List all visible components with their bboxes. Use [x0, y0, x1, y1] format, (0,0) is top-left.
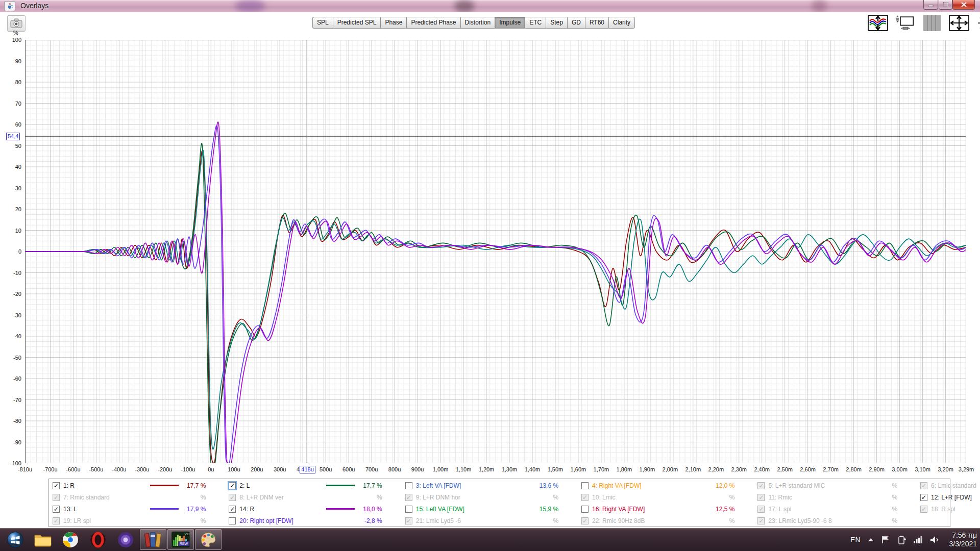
tab-etc[interactable]: ETC [525, 17, 546, 29]
trace-arrange-icon[interactable] [868, 14, 888, 32]
legend-value: % [892, 517, 897, 524]
legend-checkbox[interactable]: ✓ [229, 482, 236, 489]
volume-speaker-icon[interactable] [930, 536, 940, 544]
settings-gear-icon[interactable] [976, 14, 980, 32]
legend-label[interactable]: 9: L+R DNM hor [416, 494, 503, 501]
minimize-button[interactable] [923, 0, 938, 10]
fit-window-icon[interactable] [949, 14, 969, 32]
tab-gd[interactable]: GD [567, 17, 585, 29]
tab-impulse[interactable]: Impulse [495, 17, 525, 29]
x-tick-label: 1,00m [433, 466, 449, 472]
legend-label[interactable]: 6: Lmic standard [931, 482, 980, 489]
legend-checkbox[interactable] [581, 482, 589, 489]
legend-checkbox[interactable]: ✓ [757, 517, 765, 524]
action-center-flag-icon[interactable] [881, 536, 890, 544]
paint-palette-icon[interactable] [195, 529, 222, 550]
explorer-folder-icon[interactable] [30, 529, 56, 550]
language-indicator[interactable]: EN [850, 536, 860, 544]
rew-app-icon[interactable]: REWV5.1 [167, 529, 194, 550]
grid-fill-icon[interactable] [922, 14, 942, 32]
legend-label[interactable]: 15: Left VA [FDW] [416, 506, 503, 513]
legend-checkbox[interactable]: ✓ [757, 494, 765, 501]
legend-label[interactable]: 16: Right VA [FDW] [592, 506, 679, 513]
maximize-button[interactable] [939, 0, 952, 10]
y-tick-label: 20 [1, 206, 21, 212]
legend-checkbox[interactable]: ✓ [53, 517, 60, 524]
legend-checkbox[interactable]: ✓ [757, 506, 765, 513]
legend-label[interactable]: 23: LRmic Lyd5-90 -6 8 [768, 517, 855, 524]
legend-checkbox[interactable]: ✓ [229, 506, 236, 513]
tab-step[interactable]: Step [546, 17, 567, 29]
legend-checkbox[interactable]: ✓ [53, 506, 60, 513]
winrar-icon[interactable] [140, 529, 166, 550]
legend-value: 18,0 % [363, 506, 382, 513]
legend-label[interactable]: 21: Lmic Lyd5 -6 [416, 517, 503, 524]
legend-label[interactable]: 19: LR spl [63, 517, 150, 524]
clock[interactable]: 7:56 πμ 3/3/2021 [949, 531, 977, 548]
legend-item: ✓8: L+R DNM ver% [225, 491, 401, 503]
tab-predicted-spl[interactable]: Predicted SPL [333, 17, 381, 29]
legend-label[interactable]: 3: Left VA [FDW] [416, 482, 503, 489]
legend-checkbox[interactable]: ✓ [581, 494, 589, 501]
tab-clarity[interactable]: Clarity [608, 17, 635, 29]
legend-label[interactable]: 12: L+R [FDW] [931, 494, 980, 501]
x-tick-label: 2,10m [685, 466, 701, 472]
y-tick-label: 100 [1, 37, 21, 43]
legend-label[interactable]: 1: R [63, 482, 150, 489]
legend-label[interactable]: 8: L+R DNM ver [239, 494, 326, 501]
x-tick-label: 1,40m [525, 466, 541, 472]
legend-label[interactable]: 17: L spl [768, 506, 855, 513]
start-orb-icon[interactable] [2, 529, 29, 550]
legend-checkbox[interactable]: ✓ [920, 482, 927, 489]
legend-label[interactable]: 2: L [239, 482, 326, 489]
legend-label[interactable]: 20: Right opt [FDW] [239, 517, 326, 524]
x-tick-label: 3,29m [959, 466, 974, 472]
tab-predicted-phase[interactable]: Predicted Phase [406, 17, 460, 29]
legend-label[interactable]: 13: L [63, 506, 150, 513]
legend-checkbox[interactable] [405, 506, 412, 513]
legend-value: % [716, 494, 734, 501]
legend-label[interactable]: 10: Lmic [592, 494, 679, 501]
legend-checkbox[interactable]: ✓ [581, 517, 589, 524]
tab-spl[interactable]: SPL [312, 17, 333, 29]
legend-checkbox[interactable]: ✓ [53, 494, 60, 501]
legend-item: ✓1: R17,7 % [49, 480, 225, 491]
legend-label[interactable]: 22: Rmic 90Hz 8dB [592, 517, 679, 524]
legend-checkbox[interactable]: ✓ [53, 482, 60, 489]
legend-checkbox[interactable] [581, 506, 589, 513]
legend-item: ✓22: Rmic 90Hz 8dB% [578, 515, 754, 527]
legend-checkbox[interactable]: ✓ [920, 506, 927, 513]
chrome-browser-icon[interactable] [57, 529, 84, 550]
plot-area[interactable] [25, 40, 966, 463]
legend-label[interactable]: 4: Right VA [FDW] [592, 482, 679, 489]
opera-browser-icon[interactable] [85, 529, 111, 550]
legend-label[interactable]: 11: Rmic [768, 494, 855, 501]
trace-legend: ✓1: R17,7 %✓2: L17,7 %3: Left VA [FDW]13… [48, 479, 950, 527]
tor-browser-icon[interactable] [112, 529, 139, 550]
legend-checkbox[interactable] [229, 517, 236, 524]
legend-checkbox[interactable]: ✓ [920, 494, 927, 501]
pan-view-icon[interactable] [895, 14, 915, 32]
x-tick-label: 100u [228, 466, 240, 472]
tab-rt60[interactable]: RT60 [585, 17, 608, 29]
legend-checkbox[interactable]: ✓ [229, 494, 236, 501]
legend-checkbox[interactable]: ✓ [757, 482, 765, 489]
legend-label[interactable]: 14: R [239, 506, 326, 513]
y-tick-label: 50 [1, 143, 21, 149]
legend-checkbox[interactable]: ✓ [405, 517, 412, 524]
legend-item: ✓6: Lmic standard% [917, 480, 980, 491]
close-button[interactable] [952, 0, 975, 10]
network-signal-icon[interactable] [914, 536, 923, 543]
y-tick-label: -50 [1, 355, 21, 361]
power-battery-icon[interactable] [897, 535, 906, 544]
x-tick-label: -810u [18, 466, 32, 472]
legend-label[interactable]: 18: R spl [931, 506, 980, 513]
legend-label[interactable]: 5: L+R standard MIC [768, 482, 855, 489]
legend-label[interactable]: 7: Rmic standard [63, 494, 150, 501]
tab-distortion[interactable]: Distortion [460, 17, 495, 29]
tab-phase[interactable]: Phase [380, 17, 406, 29]
tray-expand-icon[interactable] [868, 538, 874, 542]
cursor-y-readout: 54,4 [6, 133, 20, 140]
legend-checkbox[interactable] [405, 482, 412, 489]
legend-checkbox[interactable]: ✓ [405, 494, 412, 501]
